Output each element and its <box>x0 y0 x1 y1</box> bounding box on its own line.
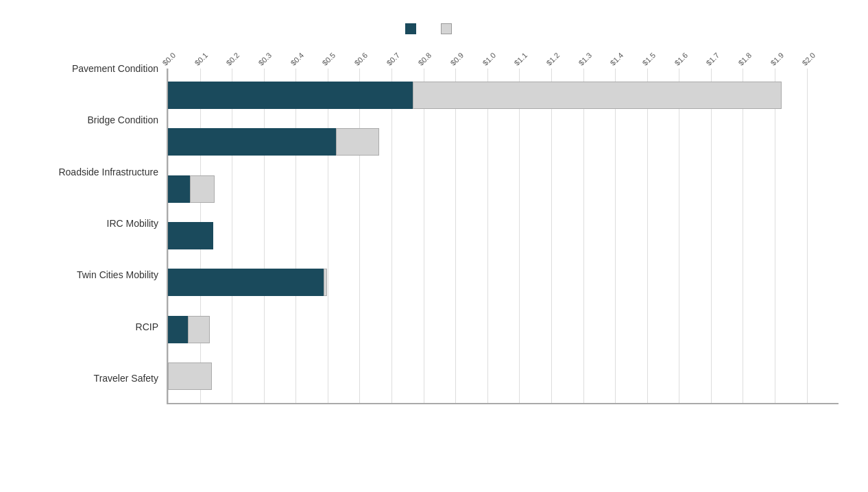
bar-non-nhs <box>168 362 212 390</box>
y-label: Traveler Safety <box>23 354 167 402</box>
bar-non-nhs <box>324 269 327 296</box>
bar-non-nhs <box>413 82 782 109</box>
bar-row <box>168 77 839 114</box>
x-axis-labels: $0.0$0.1$0.2$0.3$0.4$0.5$0.6$0.7$0.8$0.9… <box>167 42 839 67</box>
legend-nhs-box <box>405 23 416 34</box>
bar-non-nhs <box>336 128 380 156</box>
y-label: RCIP <box>23 303 167 351</box>
legend-non-nhs-box <box>441 23 452 34</box>
plot-area <box>167 69 839 404</box>
y-label: Twin Cities Mobility <box>23 251 167 299</box>
bar-row <box>168 264 839 302</box>
bar-row <box>168 217 839 254</box>
bar-nhs <box>168 269 324 296</box>
bar-nhs <box>168 82 413 109</box>
y-axis: Pavement ConditionBridge ConditionRoadsi… <box>23 42 167 404</box>
legend-nhs <box>405 23 420 34</box>
bar-row <box>168 123 839 161</box>
bar-row <box>168 310 839 348</box>
bar-non-nhs <box>188 316 210 343</box>
y-label: Bridge Condition <box>23 96 167 144</box>
y-label: Pavement Condition <box>23 45 167 93</box>
bar-nhs <box>168 175 190 203</box>
bar-row <box>168 170 839 208</box>
bars-area <box>168 69 839 403</box>
bar-non-nhs <box>190 175 215 203</box>
y-label: IRC Mobility <box>23 199 167 247</box>
bar-nhs <box>168 316 188 343</box>
bar-nhs <box>168 128 336 156</box>
y-label: Roadside Infrastructure <box>23 148 167 196</box>
bar-row <box>168 357 839 395</box>
chart-container: Pavement ConditionBridge ConditionRoadsi… <box>16 10 852 482</box>
bar-nhs <box>168 222 213 249</box>
